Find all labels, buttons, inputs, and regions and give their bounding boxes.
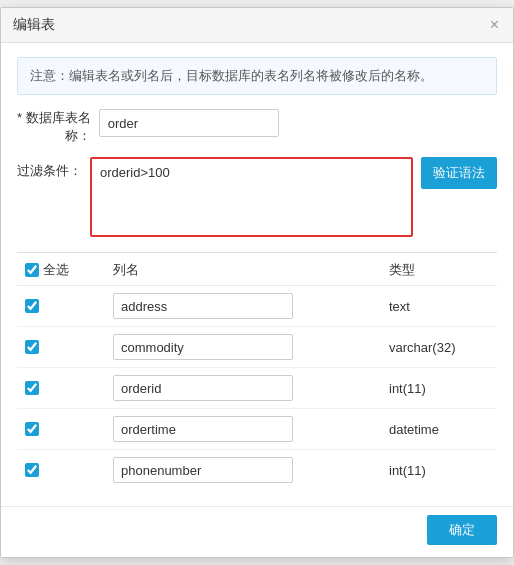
table-row: int(11) [17, 368, 497, 409]
col-name-cell [105, 293, 389, 319]
confirm-button[interactable]: 确定 [427, 515, 497, 545]
table-row: text [17, 286, 497, 327]
columns-section: 全选 列名 类型 text [17, 252, 497, 490]
col-name-header: 列名 [105, 261, 389, 279]
col-name-input[interactable] [113, 293, 293, 319]
col-checkbox[interactable] [25, 299, 39, 313]
validate-button[interactable]: 验证语法 [421, 157, 497, 189]
dialog-header: 编辑表 × [1, 8, 513, 43]
db-table-label: * 数据库表名 称： [17, 109, 99, 145]
filter-row: 过滤条件： orderid>100 验证语法 [17, 157, 497, 240]
filter-label: 过滤条件： [17, 157, 90, 185]
col-name-input[interactable] [113, 375, 293, 401]
filter-input-wrap: orderid>100 [90, 157, 413, 240]
col-name-cell [105, 334, 389, 360]
col-type-cell: int(11) [389, 381, 489, 396]
dialog-body: 注意：编辑表名或列名后，目标数据库的表名列名将被修改后的名称。 * 数据库表名 … [1, 43, 513, 502]
col-name-input[interactable] [113, 416, 293, 442]
col-checkbox-cell [25, 381, 105, 395]
col-name-cell [105, 457, 389, 483]
col-checkbox[interactable] [25, 381, 39, 395]
col-name-cell [105, 375, 389, 401]
col-type-cell: int(11) [389, 463, 489, 478]
db-table-label-line2: 称： [17, 127, 91, 145]
db-table-label-line1: * 数据库表名 [17, 109, 91, 127]
col-type-cell: varchar(32) [389, 340, 489, 355]
columns-header: 全选 列名 类型 [17, 253, 497, 286]
dialog-footer: 确定 [1, 506, 513, 557]
table-row: int(11) [17, 450, 497, 490]
col-checkbox-cell [25, 422, 105, 436]
table-row: varchar(32) [17, 327, 497, 368]
col-checkbox[interactable] [25, 463, 39, 477]
dialog-title: 编辑表 [13, 16, 55, 34]
col-type-header: 类型 [389, 261, 489, 279]
table-name-input[interactable] [99, 109, 279, 137]
select-all-label: 全选 [43, 261, 69, 279]
col-checkbox-cell [25, 299, 105, 313]
table-name-row: * 数据库表名 称： [17, 109, 497, 145]
select-all-checkbox[interactable] [25, 263, 39, 277]
col-checkbox-cell [25, 340, 105, 354]
col-name-input[interactable] [113, 334, 293, 360]
col-checkbox-cell [25, 463, 105, 477]
col-name-input[interactable] [113, 457, 293, 483]
col-checkbox[interactable] [25, 340, 39, 354]
col-type-cell: datetime [389, 422, 489, 437]
columns-scroll[interactable]: text varchar(32) [17, 286, 497, 490]
select-all-cell: 全选 [25, 261, 105, 279]
close-button[interactable]: × [488, 17, 501, 33]
col-type-cell: text [389, 299, 489, 314]
col-checkbox[interactable] [25, 422, 39, 436]
table-row: datetime [17, 409, 497, 450]
col-name-cell [105, 416, 389, 442]
notice-box: 注意：编辑表名或列名后，目标数据库的表名列名将被修改后的名称。 [17, 57, 497, 95]
filter-textarea[interactable]: orderid>100 [90, 157, 413, 237]
edit-table-dialog: 编辑表 × 注意：编辑表名或列名后，目标数据库的表名列名将被修改后的名称。 * … [0, 7, 514, 558]
